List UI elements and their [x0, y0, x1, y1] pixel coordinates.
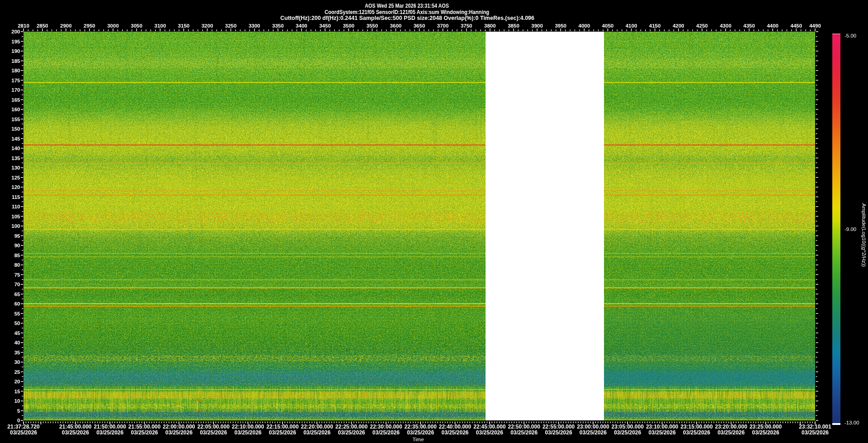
svg-text:3300: 3300 — [249, 23, 260, 28]
svg-text:10: 10 — [14, 398, 20, 404]
svg-text:4350: 4350 — [743, 23, 755, 28]
svg-text:135: 135 — [11, 156, 20, 161]
svg-text:03/25/2026: 03/25/2026 — [10, 429, 37, 436]
svg-text:3550: 3550 — [367, 23, 378, 28]
svg-text:22:15:00.000: 22:15:00.000 — [266, 424, 299, 430]
svg-text:3400: 3400 — [296, 23, 307, 28]
svg-text:3500: 3500 — [343, 23, 354, 28]
svg-text:15: 15 — [14, 389, 20, 394]
svg-text:03/25/2026: 03/25/2026 — [373, 429, 400, 436]
svg-text:65: 65 — [14, 292, 20, 297]
svg-text:03/25/2026: 03/25/2026 — [407, 429, 434, 436]
svg-text:21:55:00.000: 21:55:00.000 — [128, 424, 161, 430]
svg-text:75: 75 — [14, 272, 20, 278]
svg-text:03/25/2026: 03/25/2026 — [802, 429, 829, 436]
svg-text:21:37:28.720: 21:37:28.720 — [7, 424, 40, 430]
svg-text:22:05:00.000: 22:05:00.000 — [198, 424, 230, 430]
svg-text:03/25/2026: 03/25/2026 — [62, 429, 89, 436]
svg-text:23:10:00.000: 23:10:00.000 — [646, 424, 679, 430]
svg-text:110: 110 — [12, 204, 20, 209]
svg-text:170: 170 — [11, 87, 20, 93]
svg-text:21:45:00.000: 21:45:00.000 — [59, 424, 92, 430]
svg-text:4200: 4200 — [673, 23, 684, 28]
svg-text:03/25/2026: 03/25/2026 — [338, 429, 365, 436]
svg-text:22:00:00.000: 22:00:00.000 — [163, 424, 195, 430]
svg-text:22:30:00.000: 22:30:00.000 — [370, 424, 402, 430]
svg-text:03/25/2026: 03/25/2026 — [614, 429, 641, 436]
svg-text:3250: 3250 — [225, 23, 237, 28]
svg-text:2950: 2950 — [84, 23, 95, 28]
svg-text:22:50:00.000: 22:50:00.000 — [508, 424, 541, 430]
svg-text:22:10:00.000: 22:10:00.000 — [232, 424, 264, 430]
svg-text:Cuttoff(Hz):200 df(Hz):0.2: Cuttoff(Hz):200 df(Hz):0.2441 Sample/Sec… — [280, 15, 534, 21]
svg-text:3450: 3450 — [319, 23, 331, 28]
svg-text:3650: 3650 — [414, 23, 425, 28]
svg-text:200: 200 — [11, 29, 20, 34]
svg-text:22:45:00.000: 22:45:00.000 — [473, 424, 506, 430]
svg-text:23:00:00.000: 23:00:00.000 — [577, 424, 609, 430]
svg-text:150: 150 — [11, 126, 20, 132]
svg-text:195: 195 — [11, 39, 20, 44]
svg-text:130: 130 — [11, 165, 20, 170]
svg-text:5: 5 — [17, 408, 20, 414]
svg-text:45: 45 — [14, 330, 20, 336]
svg-text:03/25/2026: 03/25/2026 — [580, 429, 607, 436]
svg-text:03/25/2026: 03/25/2026 — [165, 429, 193, 436]
svg-text:03/25/2026: 03/25/2026 — [545, 429, 572, 436]
svg-text:180: 180 — [11, 68, 20, 73]
svg-text:22:25:00.000: 22:25:00.000 — [335, 424, 368, 430]
svg-text:22:40:00.000: 22:40:00.000 — [439, 424, 472, 430]
svg-text:03/25/2026: 03/25/2026 — [476, 429, 503, 436]
svg-text:145: 145 — [11, 136, 20, 141]
svg-text:21:50:00.000: 21:50:00.000 — [94, 424, 127, 430]
svg-text:3050: 3050 — [131, 23, 142, 28]
svg-text:3200: 3200 — [202, 23, 213, 28]
svg-text:125: 125 — [11, 175, 20, 180]
svg-text:03/25/2026: 03/25/2026 — [752, 429, 779, 436]
svg-text:4150: 4150 — [649, 23, 661, 28]
svg-text:60: 60 — [14, 301, 20, 306]
svg-text:2810: 2810 — [18, 23, 29, 28]
svg-text:03/25/2026: 03/25/2026 — [303, 429, 330, 436]
svg-text:105: 105 — [11, 214, 20, 219]
svg-text:-5.00: -5.00 — [844, 33, 856, 38]
svg-text:03/25/2026: 03/25/2026 — [96, 429, 123, 436]
svg-text:03/25/2026: 03/25/2026 — [717, 429, 745, 436]
svg-text:80: 80 — [14, 262, 20, 268]
svg-text:40: 40 — [14, 340, 20, 345]
svg-text:23:05:00.000: 23:05:00.000 — [612, 424, 644, 430]
svg-text:95: 95 — [14, 233, 20, 239]
svg-text:4250: 4250 — [696, 23, 708, 28]
svg-text:03/25/2026: 03/25/2026 — [269, 429, 296, 436]
svg-text:4050: 4050 — [602, 23, 614, 28]
svg-text:35: 35 — [14, 350, 20, 355]
svg-text:23:25:00.000: 23:25:00.000 — [750, 424, 782, 430]
svg-text:CoordSystem:121f05 SensorID:: CoordSystem:121f05 SensorID:121f05 Axis:… — [325, 9, 489, 15]
svg-text:3000: 3000 — [107, 23, 119, 28]
svg-text:20: 20 — [14, 379, 20, 384]
svg-text:3750: 3750 — [461, 23, 472, 28]
svg-text:3600: 3600 — [390, 23, 402, 28]
svg-text:AOS Wed 25 Mar 2026 23:31:54: AOS Wed 25 Mar 2026 23:31:54 AOS — [365, 3, 449, 9]
svg-text:03/25/2026: 03/25/2026 — [649, 429, 676, 436]
svg-text:03/25/2026: 03/25/2026 — [234, 429, 261, 436]
svg-text:3100: 3100 — [155, 23, 166, 28]
svg-text:0: 0 — [17, 418, 20, 423]
svg-text:100: 100 — [11, 223, 20, 229]
svg-text:4300: 4300 — [720, 23, 731, 28]
svg-text:2850: 2850 — [37, 23, 48, 28]
svg-text:165: 165 — [11, 97, 20, 103]
svg-text:3700: 3700 — [437, 23, 449, 28]
svg-text:25: 25 — [14, 369, 20, 375]
svg-text:185: 185 — [11, 58, 20, 64]
svg-text:03/25/2026: 03/25/2026 — [683, 429, 710, 436]
svg-text:4490: 4490 — [809, 23, 821, 28]
svg-text:23:32:10.001: 23:32:10.001 — [799, 424, 831, 430]
svg-text:3950: 3950 — [555, 23, 566, 28]
svg-text:190: 190 — [11, 48, 20, 54]
svg-text:Amplitude(Log10((g^2/Hz)): Amplitude(Log10((g^2/Hz)) — [861, 203, 867, 267]
svg-text:4400: 4400 — [767, 23, 778, 28]
svg-text:03/25/2026: 03/25/2026 — [131, 429, 158, 436]
svg-text:23:15:00.000: 23:15:00.000 — [680, 424, 713, 430]
svg-text:3350: 3350 — [272, 23, 284, 28]
